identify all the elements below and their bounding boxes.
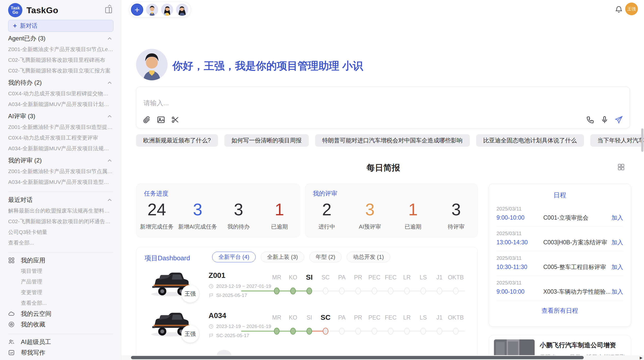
suggestion-chip[interactable]: 欧洲新规最近颁布了什么? [136, 134, 218, 147]
schedule-date: 2025/03/11 [496, 231, 623, 236]
dashboard-title: 项目Dashboard [144, 254, 190, 263]
horizontal-scrollbar[interactable]: ▶ [121, 355, 644, 360]
milestone-label: FEC [383, 273, 399, 282]
chevron-up-icon[interactable] [107, 158, 112, 163]
sidebar-item[interactable]: A034-全新新能源MUV产品开发项目造型可行性评审 [8, 177, 113, 187]
horizontal-scrollbar-thumb[interactable] [131, 356, 584, 359]
milestone-dot [420, 328, 426, 335]
milestone-label: J1 [431, 313, 448, 322]
my-apps-header[interactable]: 我的应用 [8, 255, 113, 266]
section-header: AI评审 (3) [8, 113, 35, 119]
join-link[interactable]: 加入 [611, 238, 623, 246]
ai-super-staff-item[interactable]: AI超级员工 [8, 337, 113, 347]
sidebar-item[interactable]: Z001-全新燃油轻卡产品开发项目SI节点属性5D文件评审 [8, 166, 113, 177]
input-attachments [142, 115, 180, 124]
input-actions [586, 115, 623, 124]
schedule-panel: 日程 2025/03/11 9:00-10:00C001-立项审批会加入 202… [489, 184, 631, 327]
milestone-label: KO [285, 273, 301, 282]
sidebar-section-ai-review: AI评审 (3) Z001-全新燃油轻卡产品开发项目SI造型提交物评审C0X4-… [8, 111, 113, 154]
project-flag-milestone: SC-2025-05-17 [209, 333, 249, 338]
milestone-dot [437, 328, 442, 335]
tab-year-model[interactable]: 年型 (2) [309, 252, 342, 262]
agent-avatar-1[interactable] [146, 4, 158, 16]
logo-row: Task Go TaskGo [8, 0, 113, 17]
agent-avatar-3[interactable] [176, 4, 188, 16]
chevron-up-icon[interactable] [107, 80, 112, 86]
sidebar-item[interactable]: Z001-全新燃油皮卡产品开发项目SI节点Lesson Learn报告 [8, 44, 113, 55]
image-icon[interactable] [157, 115, 165, 124]
suggestion-chip[interactable]: 比亚迪全固态电池计划具体说了什么 [476, 134, 584, 147]
milestone-label: LS [415, 313, 431, 322]
sidebar-item[interactable]: 公司Q3轻卡销量 [8, 227, 113, 237]
join-link[interactable]: 加入 [611, 263, 623, 271]
divider [8, 334, 113, 334]
sidebar-item[interactable]: C02-飞腾新能源轻客改款项目的闭环通告反馈情况 [8, 216, 113, 227]
sidebar-item[interactable]: A034-全新新能源MUV产品开发项目计划变更表编写 [8, 99, 113, 110]
add-agent-button[interactable]: + [131, 4, 143, 16]
milestone-dot [274, 288, 280, 294]
milestone-label: SC [317, 313, 334, 322]
sidebar-item[interactable]: 解释最新出台的欧盟报废车法规再生塑料比例被调至15%... [8, 205, 113, 216]
vertical-scrollbar-thumb[interactable] [641, 128, 643, 152]
project-row[interactable]: 王强 Z001 2023-12-19 ~ 2027-01-19 SI-2025-… [136, 269, 477, 310]
new-chat-button[interactable]: + 新对话 [8, 20, 113, 32]
paperclip-icon[interactable] [142, 115, 151, 124]
sidebar-item[interactable]: C02-飞腾新能源轻客改款项目里程碑画布 [8, 55, 113, 65]
tab-powertrain[interactable]: 动总开发 (1) [347, 252, 390, 262]
suggestion-chip[interactable]: 特朗普可能对进口汽车增税会对中国车企造成哪些影响 [315, 134, 470, 147]
milestone-dot [323, 328, 328, 335]
stat-my-todo: 3我的待办 [218, 200, 259, 231]
chevron-up-icon[interactable] [107, 36, 112, 41]
layout-grid-icon[interactable] [617, 163, 625, 171]
schedule-date: 2025/03/11 [496, 255, 623, 261]
assistant-avatar [136, 49, 168, 80]
project-row[interactable]: 王强 A034 2023-12-19 ~ 2026-01-19 SC-2025-… [136, 309, 477, 350]
chevron-up-icon[interactable] [107, 3, 112, 9]
sidebar-item[interactable]: 查看全部... [8, 237, 113, 248]
suggestion-chip[interactable]: 如何写一份清晰的项目周报 [224, 134, 309, 147]
stat-pending-review: 3待评审 [435, 200, 478, 231]
sidebar-item[interactable]: C0X4-动力总成开发项目工程变更评审 [8, 132, 113, 143]
app-item[interactable]: 查看全部... [8, 298, 113, 308]
app-item[interactable]: 项目管理 [8, 266, 113, 276]
user-avatar[interactable]: 王强 [625, 3, 638, 15]
creative-draw-item[interactable]: 创意制图 [8, 358, 113, 360]
chevron-up-icon[interactable] [107, 114, 112, 119]
sidebar-item[interactable]: A034-全新新能源MUV产品开发项目法规符合性评审 [8, 143, 113, 154]
join-link[interactable]: 加入 [611, 214, 623, 222]
project-dates: 2023-12-19 ~ 2026-01-19 [209, 324, 271, 329]
chat-input[interactable] [143, 99, 550, 107]
my-favorites-item[interactable]: 我的收藏 [8, 319, 113, 330]
milestone-label: PA [334, 273, 350, 282]
scissors-icon[interactable] [171, 115, 180, 124]
schedule-time: 9:00-10:00 [496, 214, 540, 221]
chevron-up-icon[interactable] [107, 197, 112, 203]
suggestion-chip[interactable]: 当下年轻人对汽车外观有怎样的喜好趋势 [590, 134, 644, 147]
view-all-schedule-link[interactable]: 查看所有日程 [496, 301, 623, 315]
app-item[interactable]: 变更管理 [8, 287, 113, 298]
send-icon[interactable] [614, 115, 623, 124]
agent-avatar-2[interactable] [161, 4, 173, 16]
tab-new-body[interactable]: 全新上装 (3) [261, 252, 304, 262]
phone-icon[interactable] [586, 115, 595, 124]
app-item[interactable]: 产品管理 [8, 276, 113, 287]
ai-super-staff-label: AI超级员工 [21, 338, 51, 346]
tab-new-platform[interactable]: 全新平台 (4) [212, 252, 256, 262]
notification-bell-icon[interactable] [615, 5, 623, 13]
milestone-dot [404, 328, 410, 335]
card-title: 我的评审 [313, 189, 337, 198]
sidebar-item[interactable]: C0X4-动力总成开发项目SI里程碑提交物检查 [8, 88, 113, 99]
sidebar-item[interactable]: C02-飞腾新能源轻客改款项目立项汇报方案 [8, 65, 113, 76]
sidebar-item[interactable]: Z001-全新燃油轻卡产品开发项目SI造型提交物评审 [8, 122, 113, 132]
milestone-dot [339, 328, 345, 335]
stat-in-progress: 2进行中 [305, 200, 348, 231]
join-link[interactable]: 加入 [611, 288, 623, 296]
scrollbar-right-arrow[interactable]: ▶ [640, 356, 642, 360]
stat-overdue: 1已逾期 [259, 200, 300, 231]
project-dashboard-card: 项目Dashboard 全新平台 (4) 全新上装 (3) 年型 (2) 动总开… [136, 247, 478, 360]
my-cloud-item[interactable]: 我的云空间 [8, 308, 113, 319]
milestone-dot [355, 328, 361, 335]
microphone-icon[interactable] [600, 115, 609, 124]
help-me-write-item[interactable]: 帮我写作 [8, 347, 113, 358]
user-avatar-label: 王强 [627, 6, 636, 12]
